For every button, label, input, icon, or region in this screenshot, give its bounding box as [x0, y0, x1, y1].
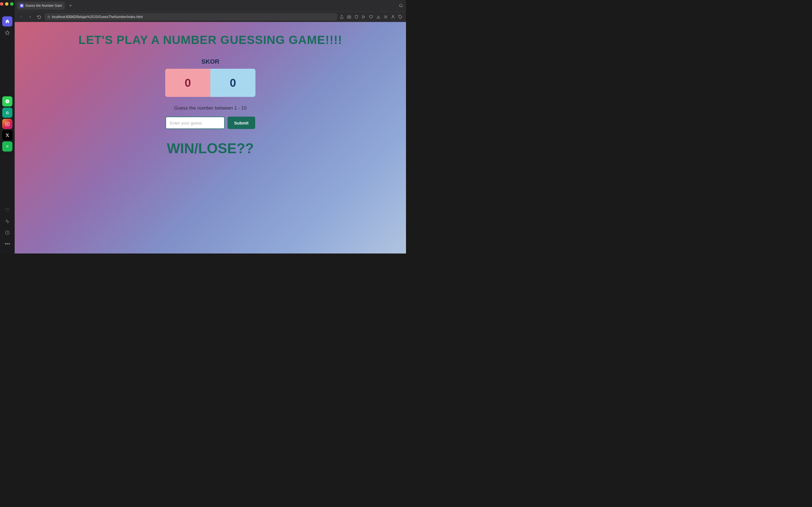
sidebar-history-icon[interactable] — [2, 228, 12, 238]
score-label: SKOR — [201, 58, 219, 65]
sidebar-home-icon[interactable] — [2, 16, 12, 26]
svg-marker-0 — [5, 31, 10, 35]
forward-button[interactable] — [27, 13, 34, 20]
screenshot-icon[interactable] — [346, 14, 352, 20]
sidebar-twitter-icon[interactable] — [2, 130, 12, 140]
favorites-icon[interactable] — [368, 14, 374, 20]
svg-point-4 — [5, 145, 9, 148]
score-section: SKOR 0 0 — [165, 58, 255, 97]
svg-point-12 — [349, 16, 350, 18]
score-left-box: 0 — [165, 69, 210, 97]
sidebar-arco-icon[interactable] — [2, 96, 12, 107]
sidebar-instagram-icon[interactable] — [2, 119, 12, 129]
submit-button[interactable]: Submit — [227, 117, 255, 129]
input-row: Submit — [165, 117, 255, 129]
new-tab-button[interactable]: + — [67, 2, 74, 9]
toolbar: localhost:63342/Belajar%20JS/GuessTheNum… — [15, 11, 406, 22]
back-button[interactable] — [17, 13, 25, 20]
browser-window: Guess the Number Gam + localhost:63342/B… — [15, 0, 406, 253]
svg-rect-6 — [21, 5, 23, 7]
score-right-box: 0 — [210, 69, 255, 97]
titlebar: Guess the Number Gam + — [15, 0, 406, 11]
traffic-lights — [0, 2, 13, 6]
tab-favicon — [20, 4, 24, 8]
game-title: LET'S PLAY A NUMBER GUESSING GAME!!!! — [79, 33, 342, 47]
browser-tab[interactable]: Guess the Number Gam — [17, 2, 65, 10]
sidebar: G ♡ ••• — [0, 0, 15, 253]
max-dot — [10, 2, 13, 6]
svg-point-2 — [6, 123, 8, 124]
sidebar-heart-icon[interactable]: ♡ — [2, 205, 12, 215]
titlebar-controls — [398, 3, 404, 8]
sidebar-more-icon[interactable]: ••• — [2, 239, 12, 249]
svg-rect-1 — [5, 122, 9, 126]
svg-marker-13 — [363, 15, 365, 18]
svg-line-8 — [402, 6, 403, 7]
sidebar-chatgpt-icon[interactable]: G — [2, 108, 12, 118]
url-host: localhost:63342 — [52, 15, 75, 19]
download-icon[interactable] — [375, 14, 381, 20]
address-bar[interactable]: localhost:63342/Belajar%20JS/GuessTheNum… — [45, 13, 337, 20]
menu-icon[interactable] — [383, 14, 389, 20]
play-icon[interactable] — [361, 14, 366, 20]
sidebar-spotify-icon[interactable] — [2, 142, 12, 152]
guess-input[interactable] — [165, 117, 225, 129]
min-dot — [5, 2, 8, 6]
sidebar-stats-icon[interactable] — [2, 216, 12, 226]
score-boxes: 0 0 — [165, 69, 255, 97]
result-label: WIN/LOSE?? — [167, 140, 254, 157]
svg-point-18 — [393, 15, 394, 17]
share-icon[interactable] — [339, 14, 345, 20]
game-page: LET'S PLAY A NUMBER GUESSING GAME!!!! SK… — [15, 22, 406, 253]
sidebar-star-icon[interactable] — [2, 27, 12, 38]
guess-prompt: Guess the number between 1 - 10 — [174, 105, 246, 111]
shield-icon[interactable] — [354, 14, 359, 20]
svg-point-3 — [8, 123, 8, 123]
account-icon[interactable] — [390, 14, 396, 20]
score-left-value: 0 — [185, 76, 191, 89]
search-icon[interactable] — [398, 3, 404, 8]
sidebar-bottom-actions: ♡ ••• — [2, 205, 12, 251]
url-display: localhost:63342/Belajar%20JS/GuessTheNum… — [52, 15, 143, 19]
close-dot — [0, 2, 3, 6]
toolbar-right-actions — [339, 14, 403, 20]
extension-icon[interactable] — [398, 14, 403, 20]
reload-button[interactable] — [36, 13, 43, 20]
tab-title: Guess the Number Gam — [26, 4, 62, 8]
score-right-value: 0 — [230, 76, 236, 89]
svg-point-7 — [400, 4, 402, 7]
